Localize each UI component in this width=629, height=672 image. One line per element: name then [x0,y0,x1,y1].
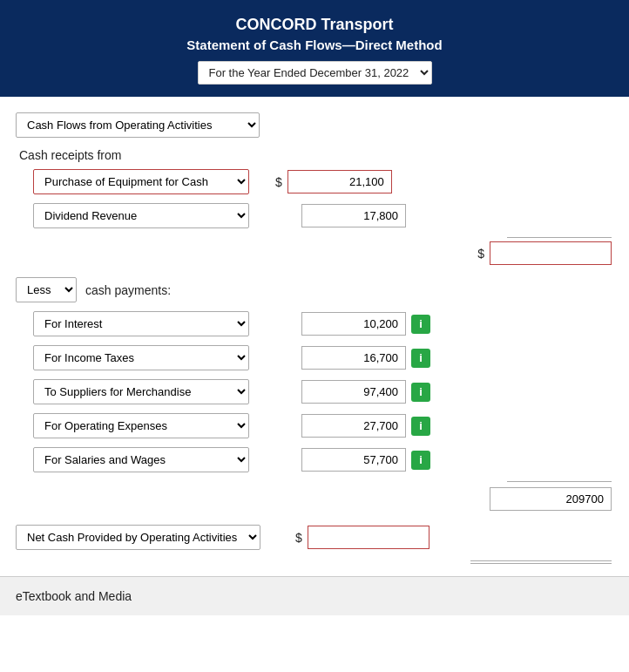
info-button-0[interactable]: i [411,315,430,334]
payment-row-2: To Suppliers for Merchandisei [33,379,613,404]
row1-dropdown[interactable]: Purchase of Equipment for Cash [33,169,249,194]
subtotal-row: $ [16,241,613,265]
payments-container: For InterestiFor Income TaxesiTo Supplie… [16,311,613,472]
payment-row-3: For Operating Expensesi [33,413,613,438]
net-cash-dollar: $ [295,531,302,545]
payment-row-1: For Income Taxesi [33,345,613,370]
payment-input-3[interactable] [301,414,406,438]
payment-row-0: For Interesti [33,311,613,336]
subtotal-input[interactable] [490,241,612,265]
net-cash-input[interactable] [308,526,429,549]
payment-input-0[interactable] [301,312,406,336]
payments-divider-line [507,481,612,482]
cash-receipts-label: Cash receipts from [19,148,613,162]
payment-row-4: For Salaries and Wagesi [33,447,613,472]
less-label: cash payments: [85,283,171,297]
row1-container: Purchase of Equipment for Cash $ [33,169,613,194]
payment-select-4[interactable]: For Salaries and Wages [33,447,249,472]
statement-title: Statement of Cash Flows—Direct Method [17,37,612,52]
payment-select-3[interactable]: For Operating Expenses [33,413,249,438]
info-button-3[interactable]: i [411,417,430,436]
period-select[interactable]: For the Year Ended December 31, 2022 [198,61,432,85]
row2-container: Dividend Revenue [33,203,613,228]
info-button-4[interactable]: i [411,451,430,470]
etextbook-bar: eTextbook and Media [0,576,629,615]
double-underline [16,559,613,564]
payment-input-4[interactable] [301,448,406,472]
double-line-1 [470,560,612,561]
less-row: Less cash payments: [16,277,613,302]
payment-select-0[interactable]: For Interest [33,311,249,336]
info-button-1[interactable]: i [411,349,430,368]
net-cash-row: Net Cash Provided by Operating Activitie… [16,525,613,550]
etextbook-label: eTextbook and Media [16,589,132,603]
info-button-2[interactable]: i [411,383,430,402]
payments-divider [16,481,613,482]
row2-amount-input[interactable] [301,204,406,227]
total-row [16,487,613,511]
row1-dollar: $ [275,175,282,189]
payment-input-2[interactable] [301,380,406,404]
double-line-2 [470,563,612,564]
company-title: CONCORD Transport [17,16,612,34]
total-payments-input[interactable] [490,487,612,511]
payment-input-1[interactable] [301,346,406,370]
payment-select-1[interactable]: For Income Taxes [33,345,249,370]
divider-line [507,237,612,238]
cash-flows-select[interactable]: Cash Flows from Operating Activities [16,112,260,138]
less-select[interactable]: Less [16,277,77,302]
row2-divider [16,237,613,238]
row1-amount-input[interactable] [287,170,392,193]
net-cash-select[interactable]: Net Cash Provided by Operating Activitie… [16,525,260,550]
payment-select-2[interactable]: To Suppliers for Merchandise [33,379,249,404]
row2-dropdown[interactable]: Dividend Revenue [33,203,249,228]
section1-row: Cash Flows from Operating Activities [16,112,613,138]
header: CONCORD Transport Statement of Cash Flow… [0,0,629,97]
main-content: Cash Flows from Operating Activities Cas… [0,97,629,564]
subtotal-dollar: $ [477,247,484,261]
